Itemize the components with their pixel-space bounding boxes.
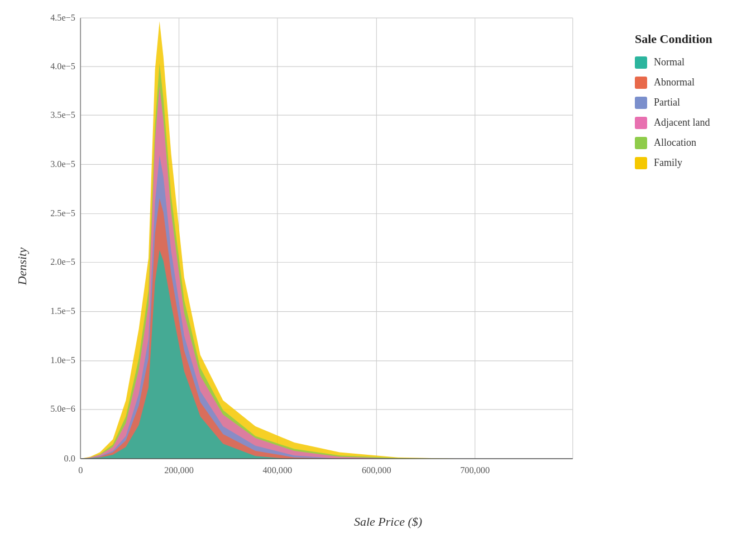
legend-color-normal [635,56,647,69]
chart-svg: 0.0 5.0e−6 1.0e−5 1.5e−5 2.0e−5 2.5e−5 3… [35,4,618,512]
svg-text:3.0e−5: 3.0e−5 [50,159,75,169]
plot-area: 0.0 5.0e−6 1.0e−5 1.5e−5 2.0e−5 2.5e−5 3… [35,4,618,512]
legend-item-family: Family [635,157,724,169]
svg-text:4.5e−5: 4.5e−5 [50,12,75,22]
svg-text:4.0e−5: 4.0e−5 [50,61,75,71]
legend: Sale Condition Normal Abnormal Partial [618,21,741,512]
legend-color-family [635,157,647,169]
legend-label-normal: Normal [654,56,685,68]
svg-text:700,000: 700,000 [460,465,490,475]
y-axis-label: Density [15,248,30,285]
legend-color-partial [635,97,647,109]
svg-text:400,000: 400,000 [262,465,292,475]
legend-label-family: Family [654,157,682,169]
legend-item-partial: Partial [635,97,724,109]
svg-text:2.5e−5: 2.5e−5 [50,208,75,218]
svg-text:1.5e−5: 1.5e−5 [50,306,75,316]
svg-text:1.0e−5: 1.0e−5 [50,355,75,365]
svg-text:3.5e−5: 3.5e−5 [50,110,75,120]
svg-text:600,000: 600,000 [362,465,391,475]
legend-label-abnormal: Abnormal [654,77,695,88]
svg-text:2.0e−5: 2.0e−5 [50,257,75,267]
legend-title: Sale Condition [635,32,724,46]
legend-item-abnormal: Abnormal [635,77,724,89]
legend-label-partial: Partial [654,97,680,108]
svg-text:0.0: 0.0 [64,453,75,463]
legend-item-adjacent: Adjacent land [635,117,724,129]
x-axis-label: Sale Price ($) [35,515,741,529]
svg-text:0: 0 [78,465,83,475]
legend-color-abnormal [635,77,647,89]
legend-item-normal: Normal [635,56,724,69]
legend-label-allocation: Allocation [654,137,696,149]
legend-color-adjacent [635,117,647,129]
svg-text:5.0e−6: 5.0e−6 [50,404,75,414]
legend-color-allocation [635,137,647,149]
legend-label-adjacent: Adjacent land [654,117,710,129]
svg-text:200,000: 200,000 [164,465,194,475]
chart-container: Density [0,0,756,533]
legend-item-allocation: Allocation [635,137,724,149]
